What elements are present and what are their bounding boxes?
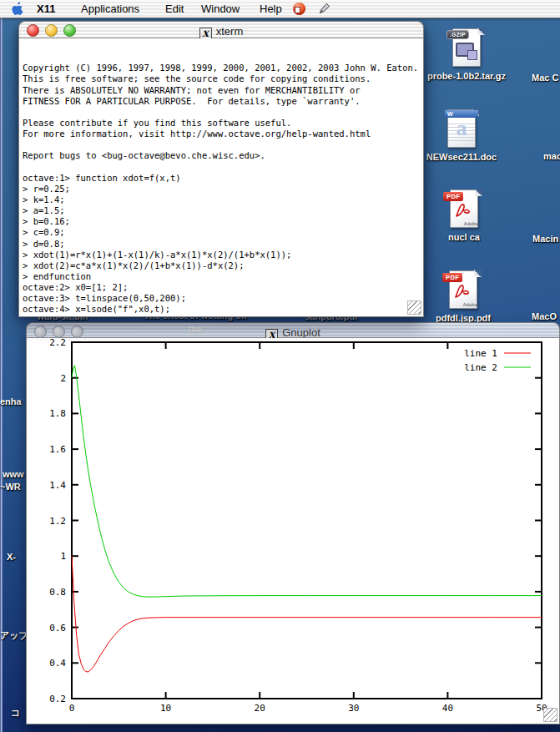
menu-applications[interactable]: Applications	[81, 3, 139, 15]
x-tick-label: 0	[69, 703, 75, 714]
desktop-icon-label-fragment[interactable]: Macin	[532, 234, 558, 244]
desktop-icon-word-doc[interactable]: W a NEWsec211.doc	[411, 109, 512, 162]
plot-border	[72, 342, 542, 699]
terminal-line: For more information, visit http://www.o…	[23, 129, 423, 139]
terminal-line: Report bugs to <bug-octave@bevo.che.wisc…	[23, 150, 423, 161]
gnuplot-resize-grip[interactable]	[543, 708, 557, 722]
y-tick-label: 1.6	[49, 444, 66, 455]
terminal-line	[23, 139, 423, 150]
legend-label: line 1	[464, 348, 497, 359]
gnuplot-window: XGnuplot 010203040500.20.40.60.811.21.41…	[26, 322, 560, 724]
gzip-file-icon: .GZIP	[449, 28, 484, 68]
close-button[interactable]	[34, 326, 47, 338]
minimize-button[interactable]	[53, 326, 65, 338]
desktop-icon-label-fragment[interactable]: www	[3, 469, 24, 479]
word-file-icon: W a	[444, 109, 479, 149]
menu-edit[interactable]: Edit	[165, 3, 184, 15]
terminal-line: > b=0.16;	[23, 216, 423, 227]
classic-environment-icon[interactable]	[293, 3, 305, 15]
terminal-line: This is free software; see the source co…	[23, 73, 423, 84]
y-tick-label: 1.4	[49, 480, 66, 491]
menu-help[interactable]: Help	[260, 3, 282, 15]
window-title: XGnuplot	[265, 326, 320, 339]
terminal-line: FITNESS FOR A PARTICULAR PURPOSE. For de…	[23, 96, 423, 107]
pdf-badge: PDF	[443, 192, 463, 201]
zoom-button[interactable]	[71, 326, 83, 338]
xterm-titlebar[interactable]: Xxterm	[18, 21, 424, 38]
terminal-line: > c=0.9;	[23, 227, 423, 238]
window-title: Xxterm	[199, 25, 244, 38]
menu-bar: X11 Applications Edit Window Help	[0, 0, 560, 18]
xterm-resize-grip[interactable]	[407, 300, 421, 315]
gnuplot-canvas: 010203040500.20.40.60.811.21.41.61.822.2…	[26, 338, 560, 724]
gnuplot-titlebar[interactable]: XGnuplot	[26, 322, 560, 338]
y-tick-label: 1.8	[49, 408, 66, 419]
menu-app-name[interactable]: X11	[37, 3, 55, 15]
terminal-line: > d=0.8;	[23, 239, 423, 250]
adobe-brand-text: Adobe	[463, 302, 477, 307]
desktop-screen: enha www ~WR X- アップ コ wafu-sit.bin The e…	[0, 0, 560, 732]
desktop-icon-pdf-2[interactable]: PDF Adobe pdfdl.jsp.pdf	[413, 270, 513, 323]
terminal-line: > xdot(1)=r*x(1)+(1-x(1)/k)-a*x(1)*x(2)/…	[23, 250, 423, 260]
icon-label: nucl ca	[448, 232, 480, 242]
desktop-icon-label-fragment[interactable]: enha	[0, 396, 22, 406]
adobe-brand-text: Adobe	[464, 221, 478, 226]
minimize-button[interactable]	[45, 24, 58, 37]
pdf-file-icon: PDF Adobe	[446, 189, 482, 230]
y-tick-label: 0.2	[49, 694, 66, 704]
x-tick-label: 10	[160, 703, 171, 714]
legend-label: line 2	[464, 362, 497, 373]
desktop-icon-label-fragment[interactable]: コ	[11, 707, 20, 719]
y-tick-label: 0.6	[49, 623, 66, 634]
ink-pen-icon[interactable]	[318, 2, 331, 18]
pdf-badge: PDF	[442, 273, 462, 282]
close-button[interactable]	[27, 24, 39, 37]
terminal-line: > endfunction	[23, 271, 423, 282]
y-tick-label: 0.8	[49, 587, 66, 598]
icon-label: probe-1.0b2.tar.gz	[427, 71, 506, 81]
pdf-file-icon: PDF Adobe	[446, 270, 481, 310]
x-tick-label: 20	[255, 703, 265, 714]
doc-watermark: a	[444, 117, 479, 140]
terminal-line: > xdot(2)=c*a*x(1)*x(2)/(1+b*x(1))-d*x(2…	[23, 260, 423, 271]
terminal-line: > r=0.25;	[23, 184, 423, 194]
desktop-icon-label-fragment[interactable]: X-	[7, 552, 16, 562]
terminal-line: octave:5> plot(t,x);	[23, 316, 423, 317]
gzip-badge: .GZIP	[446, 30, 469, 39]
desktop-icon-label-fragment[interactable]: アップ	[0, 629, 28, 642]
plot: 010203040500.20.40.60.811.21.41.61.822.2…	[27, 338, 560, 724]
terminal[interactable]: Copyright (C) 1996, 1997, 1998, 1999, 20…	[18, 38, 424, 317]
menu-window[interactable]: Window	[201, 3, 240, 15]
adobe-ribbon-icon	[453, 283, 473, 303]
y-tick-label: 0.4	[49, 658, 66, 669]
apple-logo-icon	[12, 2, 23, 15]
x-tick-label: 30	[348, 703, 359, 714]
adobe-ribbon-icon	[454, 202, 474, 222]
terminal-output: Copyright (C) 1996, 1997, 1998, 1999, 20…	[23, 63, 423, 317]
desktop-icon-label-fragment[interactable]: mac	[543, 151, 560, 161]
terminal-line: There is ABSOLUTELY NO WARRANTY; not eve…	[23, 85, 423, 96]
terminal-line: > a=1.5;	[23, 205, 423, 216]
terminal-line: octave:3> t=linspace(0,50,200);	[23, 293, 423, 304]
xterm-window: Xxterm Copyright (C) 1996, 1997, 1998, 1…	[18, 21, 424, 314]
y-tick-label: 1.2	[49, 516, 66, 527]
desktop-icon-label-fragment[interactable]: ~WR	[0, 482, 21, 492]
terminal-line: octave:4> x=lsode("f",x0,t);	[23, 304, 423, 315]
desktop-icon-label-fragment[interactable]: MacO	[532, 311, 557, 321]
icon-label: NEWsec211.doc	[426, 152, 497, 162]
zoom-button[interactable]	[63, 24, 76, 37]
desktop-icon-gzip-archive[interactable]: .GZIP probe-1.0b2.tar.gz	[416, 28, 517, 81]
terminal-line	[23, 107, 423, 118]
desktop-icon-pdf-1[interactable]: PDF Adobe nucl ca	[414, 189, 514, 242]
y-tick-label: 2	[60, 373, 66, 384]
x-tick-label: 40	[442, 703, 453, 714]
terminal-line: > k=1.4;	[23, 194, 423, 205]
terminal-line: octave:1> function xdot=f(x,t)	[23, 173, 423, 184]
terminal-line	[23, 162, 423, 173]
terminal-line: Please contribute if you find this softw…	[23, 118, 423, 129]
screen-left-edge	[0, 18, 3, 732]
terminal-line: octave:2> x0=[1; 2];	[23, 282, 423, 293]
apple-menu[interactable]	[12, 2, 23, 18]
desktop-icon-label-fragment[interactable]: Mac C	[532, 73, 558, 83]
terminal-line: Copyright (C) 1996, 1997, 1998, 1999, 20…	[23, 63, 423, 73]
